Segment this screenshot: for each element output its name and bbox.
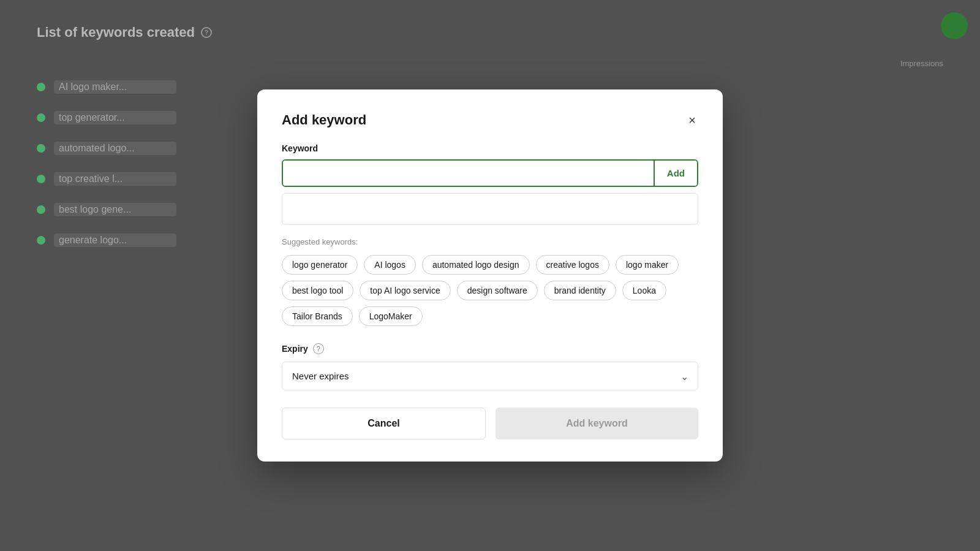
keyword-input[interactable] xyxy=(283,161,654,186)
modal-title: Add keyword xyxy=(282,112,366,128)
modal-overlay: Add keyword × Keyword Add Suggested keyw… xyxy=(0,0,980,551)
keyword-chip[interactable]: automated logo design xyxy=(422,255,530,275)
keyword-tags-area xyxy=(282,193,698,225)
keyword-chips: logo generatorAI logosautomated logo des… xyxy=(282,255,698,326)
keyword-chip[interactable]: Looka xyxy=(622,281,666,300)
add-keyword-modal: Add keyword × Keyword Add Suggested keyw… xyxy=(257,89,723,462)
expiry-select-wrapper: Never expires30 days60 days90 days1 year… xyxy=(282,362,698,390)
add-inline-button[interactable]: Add xyxy=(654,161,697,186)
close-button[interactable]: × xyxy=(686,112,698,129)
keyword-chip[interactable]: AI logos xyxy=(364,255,416,275)
cancel-button[interactable]: Cancel xyxy=(282,408,486,439)
keyword-chip[interactable]: Tailor Brands xyxy=(282,306,353,326)
keyword-chip[interactable]: brand identity xyxy=(544,281,616,300)
keyword-input-row: Add xyxy=(282,159,698,187)
keyword-chip[interactable]: top AI logo service xyxy=(360,281,450,300)
action-buttons: Cancel Add keyword xyxy=(282,408,698,439)
keyword-chip[interactable]: logo generator xyxy=(282,255,358,275)
expiry-label: Expiry xyxy=(282,344,308,354)
keyword-chip[interactable]: logo maker xyxy=(616,255,679,275)
expiry-row: Expiry ? xyxy=(282,343,698,354)
expiry-help-icon[interactable]: ? xyxy=(313,343,324,354)
expiry-select[interactable]: Never expires30 days60 days90 days1 year xyxy=(282,362,698,390)
keyword-chip[interactable]: creative logos xyxy=(536,255,609,275)
keyword-chip[interactable]: best logo tool xyxy=(282,281,353,300)
keyword-label: Keyword xyxy=(282,143,698,153)
keyword-chip[interactable]: LogoMaker xyxy=(359,306,423,326)
modal-header: Add keyword × xyxy=(282,112,698,129)
add-keyword-button[interactable]: Add keyword xyxy=(496,408,698,439)
keyword-chip[interactable]: design software xyxy=(457,281,538,300)
suggested-keywords-label: Suggested keywords: xyxy=(282,237,698,246)
